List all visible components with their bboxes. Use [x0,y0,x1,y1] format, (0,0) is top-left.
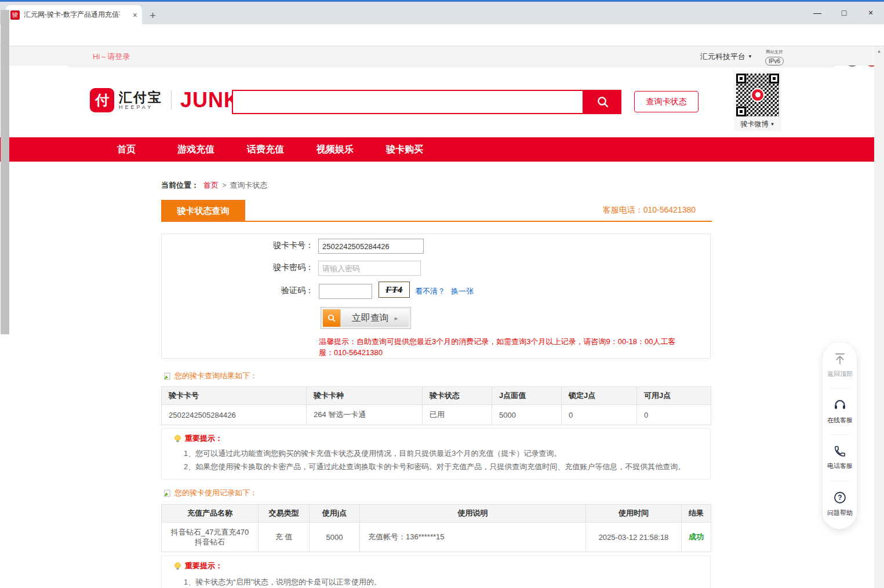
captcha-refresh-link[interactable]: 换一张 [451,286,474,297]
headset-icon [833,398,847,412]
back-to-top-button[interactable]: 返回顶部 [823,342,857,388]
tip-line: 1、骏卡状态为“启用”状态，说明您的卡是可以正常使用的。 [184,577,381,587]
platform-dropdown[interactable]: 汇元科技平台▼ [700,52,752,62]
login-link[interactable]: Hi～请登录 [93,52,130,62]
breadcrumb-separator: > [222,181,227,189]
nav-item-video[interactable]: 视频娱乐 [300,137,370,162]
browser-tab-bar: 骏 汇元网-骏卡-数字产品通用充值平台 × + — □ × [0,2,884,24]
tip-line: 2、如果您使用骏卡换取的卡密产品，可通过此处查询换取卡的卡号和密码。对于充值产品… [184,462,685,472]
header-cell: J点面值 [492,387,562,405]
tab-card-status-query[interactable]: 骏卡状态查询 [161,200,245,222]
data-cell: 5000 [492,405,562,425]
breadcrumb-prefix: 当前位置： [161,181,199,189]
password-input[interactable] [318,261,421,276]
captcha-unclear-link[interactable]: 看不清？ [415,286,445,297]
card-result-table: 骏卡卡号 骏卡卡种 骏卡状态 J点面值 锁定J点 可用J点 2502242505… [161,386,711,425]
table-header-row: 骏卡卡号 骏卡卡种 骏卡状态 J点面值 锁定J点 可用J点 [162,387,711,405]
weibo-label-text: 骏卡微博 [741,120,769,128]
header-cell: 骏卡状态 [423,387,492,405]
phone-service-button[interactable]: 电话客服 [823,435,857,481]
submit-button-label: 立即查询▸ [340,309,409,327]
data-cell: 充值帐号：136******15 [360,523,586,552]
result-section-title: 您的骏卡查询结果如下： [163,371,257,381]
header-cell: 充值产品名称 [162,505,259,523]
card-no-input[interactable] [318,239,424,254]
result-status-cell: 成功 [682,523,711,552]
breadcrumb-current: 查询卡状态 [230,181,268,189]
lightbulb-icon [173,434,182,443]
minimize-icon[interactable]: — [804,5,831,21]
tab-close-icon[interactable]: × [133,11,137,19]
float-item-label: 问题帮助 [827,509,852,518]
site-logo[interactable]: 付 汇付宝 HEEPAY JUNKA [90,88,255,112]
weibo-qr-label[interactable]: 骏卡微博▼ [736,119,779,129]
usage-section-title: 您的骏卡使用记录如下： [163,488,257,498]
nav-item-home[interactable]: 首页 [92,137,161,162]
breadcrumb: 当前位置：首页>查询卡状态 [161,180,268,191]
search-icon [596,95,610,109]
submit-query-button[interactable]: 立即查询▸ [321,307,411,329]
data-cell: 抖音钻石_47元直充470抖音钻石 [162,523,259,552]
search-input[interactable] [232,90,584,114]
password-label: 骏卡密码： [238,262,314,273]
svg-text:?: ? [838,494,842,502]
logo-name: 汇付宝 [119,90,162,104]
page-scrollbar[interactable]: ▲ [874,46,884,588]
scroll-up-icon[interactable]: ▲ [874,46,884,54]
chevron-down-icon: ▼ [748,54,752,59]
tips-title-text: 重要提示： [185,561,223,571]
data-cell: 2025-03-12 21:58:18 [586,523,682,552]
submit-arrow-icon: ▸ [395,315,398,322]
nav-item-phone-recharge[interactable]: 话费充值 [231,137,300,162]
question-icon: ? [833,491,847,505]
nav-item-card-buy[interactable]: 骏卡购买 [370,137,439,162]
float-item-label: 在线客服 [827,416,852,425]
tip-line: 1、您可以通过此功能查询您购买的骏卡充值卡状态及使用情况，目前只提供最近3个月的… [184,448,561,459]
header-cell: 使用时间 [586,505,682,523]
table-row: 2502242505284426 264 智选一卡通 已用 5000 0 0 [162,405,711,425]
important-tips-box: 重要提示： 1、您可以通过此功能查询您购买的骏卡充值卡状态及使用情况，目前只提供… [161,428,711,480]
weibo-icon [751,88,765,102]
float-item-label: 电话客服 [827,462,852,471]
data-cell: 充 值 [259,523,310,552]
header-cell: 可用J点 [637,387,711,405]
ipv6-badge: IPv6 [765,57,784,65]
captcha-image: FT4 [379,282,410,298]
important-tips-box: 重要提示： 1、骏卡状态为“启用”状态，说明您的卡是可以正常使用的。 [161,556,711,588]
nav-item-game-recharge[interactable]: 游戏充值 [161,137,231,162]
service-phone: 客服电话：010-56421380 [603,205,696,216]
captcha-label: 验证码： [238,286,314,296]
phone-icon [834,445,846,458]
arrow-up-icon [833,352,847,366]
ipv6-support-label: 网站支持 [765,49,784,55]
search-button[interactable] [584,90,621,114]
breadcrumb-home-link[interactable]: 首页 [203,181,219,189]
help-button[interactable]: ? 问题帮助 [823,481,857,527]
close-icon[interactable]: × [857,5,884,21]
header-search [232,90,621,114]
tab-title: 汇元网-骏卡-数字产品通用充值平台 [24,10,120,20]
ipv6-support-badge: 网站支持 IPv6 [764,49,785,65]
card-status-button[interactable]: 查询卡状态 [634,91,699,112]
qr-code [736,74,779,116]
data-cell: 已用 [423,405,492,425]
captcha-input[interactable] [319,284,372,299]
screenshot-root: 骏 汇元网-骏卡-数字产品通用充值平台 × + — □ × ← → ↻ ⓘ ht… [0,0,884,588]
maximize-icon[interactable]: □ [831,5,857,21]
online-service-button[interactable]: 在线客服 [823,389,857,434]
doc-arrow-icon [163,490,171,497]
data-cell: 0 [637,405,711,425]
new-tab-icon[interactable]: + [150,9,156,22]
heepay-logo-icon: 付 [90,88,114,112]
scrollbar-thumb[interactable] [1,10,9,334]
query-tab-row: 骏卡状态查询 客服电话：010-56421380 [161,200,712,222]
header-cell: 使用说明 [360,505,586,523]
browser-tab[interactable]: 骏 汇元网-骏卡-数字产品通用充值平台 × [6,5,142,24]
result-section-label: 您的骏卡查询结果如下： [174,371,257,381]
data-cell: 2502242505284426 [162,405,307,425]
usage-record-table: 充值产品名称 交易类型 使用j点 使用说明 使用时间 结果 抖音钻石_47元直充… [161,504,711,552]
header-cell: 锁定J点 [562,387,637,405]
data-cell: 264 智选一卡通 [307,405,423,425]
data-cell: 0 [562,405,637,425]
usage-section-label: 您的骏卡使用记录如下： [174,488,257,498]
